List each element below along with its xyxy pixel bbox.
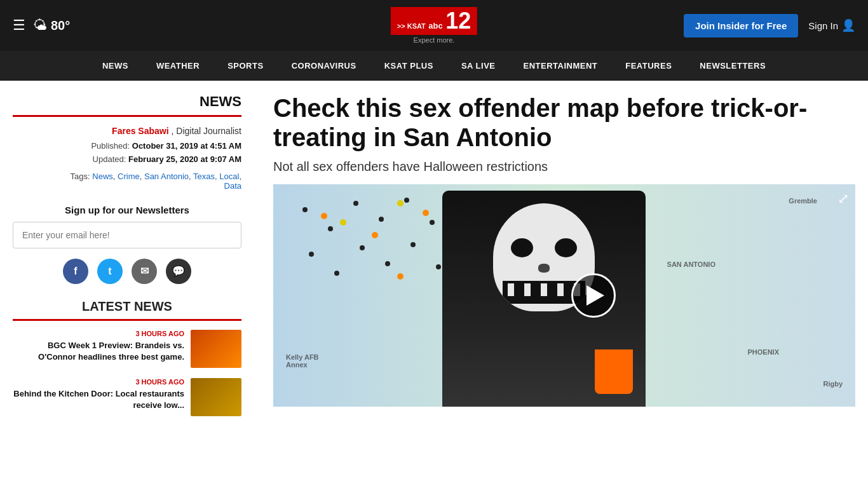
candy-bucket: [595, 349, 633, 394]
logo-number: 12: [445, 8, 471, 34]
nav-item-salive[interactable]: SA LIVE: [447, 51, 510, 81]
svg-point-21: [385, 261, 390, 266]
newsletter-section: Sign up for our Newsletters f t ✉ 💬: [13, 205, 241, 284]
sign-in-label: Sign In: [808, 20, 838, 31]
tag-news[interactable]: News: [92, 172, 113, 181]
published-label: Published:: [91, 141, 130, 151]
video-play-button[interactable]: [571, 273, 616, 318]
news-item-text: 3 HOURS AGO BGC Week 1 Preview: Brandeis…: [13, 330, 184, 368]
tag-texas[interactable]: Texas: [193, 172, 215, 181]
svg-point-4: [404, 198, 409, 203]
author-line: Fares Sabawi , Digital Journalist: [13, 126, 241, 136]
newsletter-email-input[interactable]: [13, 222, 241, 248]
tags-label: Tags:: [71, 172, 90, 181]
svg-point-1: [328, 226, 333, 231]
email-icon: ✉: [140, 265, 149, 277]
facebook-share-button[interactable]: f: [63, 259, 88, 284]
list-item: 3 HOURS AGO BGC Week 1 Preview: Brandeis…: [13, 330, 241, 368]
tooth: [557, 283, 564, 296]
svg-point-69: [397, 273, 403, 280]
main-navigation: NEWS WEATHER SPORTS CORONAVIRUS KSAT PLU…: [0, 51, 868, 81]
svg-point-2: [353, 201, 358, 206]
join-insider-button[interactable]: Join Insider for Free: [684, 14, 798, 37]
svg-point-0: [302, 207, 308, 212]
svg-point-3: [379, 217, 384, 222]
map-label-rigby: Rigby: [823, 380, 843, 388]
content-area: NEWS Fares Sabawi , Digital Journalist P…: [0, 81, 868, 426]
tooth: [508, 283, 514, 296]
email-share-button[interactable]: ✉: [132, 259, 157, 284]
hamburger-menu-icon[interactable]: ☰: [13, 17, 25, 34]
nav-item-newsletters[interactable]: NEWSLETTERS: [686, 51, 780, 81]
user-icon: 👤: [841, 18, 855, 32]
map-label-kelly: Kelly AFBAnnex: [286, 353, 319, 369]
sign-in-button[interactable]: Sign In 👤: [808, 18, 855, 32]
tags-section: Tags: News, Crime, San Antonio, Texas, L…: [13, 172, 241, 191]
twitter-share-button[interactable]: t: [97, 259, 123, 284]
svg-point-77: [340, 219, 346, 226]
tag-san-antonio[interactable]: San Antonio: [144, 172, 189, 181]
nav-item-ksatplus[interactable]: KSAT PLUS: [370, 51, 447, 81]
comment-button[interactable]: 💬: [166, 259, 191, 284]
map-label-gremble: Gremble: [789, 197, 817, 205]
site-logo[interactable]: >> KSAT abc 12 Expect more.: [391, 7, 477, 44]
article-title: Check this sex offender map before trick…: [273, 93, 855, 152]
tag-crime[interactable]: Crime: [118, 172, 140, 181]
updated-label: Updated:: [93, 154, 126, 164]
temperature-display: 80°: [51, 18, 70, 33]
play-triangle-icon: [587, 285, 604, 306]
newsletter-heading: Sign up for our Newsletters: [13, 205, 241, 215]
thumbnail-image: [191, 330, 241, 368]
logo-ksat-text: >> KSAT: [397, 22, 426, 30]
weather-widget: 🌤 80°: [33, 17, 70, 34]
twitter-icon: t: [108, 266, 111, 277]
news-title[interactable]: BGC Week 1 Preview: Brandeis vs. O'Conno…: [13, 340, 184, 363]
news-item-text: 3 HOURS AGO Behind the Kitchen Door: Loc…: [13, 378, 184, 416]
svg-point-23: [436, 264, 441, 269]
nav-item-news[interactable]: NEWS: [88, 51, 142, 81]
author-role: , Digital Journalist: [172, 126, 242, 136]
svg-point-18: [309, 252, 314, 257]
svg-point-61: [423, 210, 429, 216]
svg-point-19: [334, 271, 339, 276]
svg-point-20: [360, 245, 365, 250]
expand-icon[interactable]: ⤢: [837, 191, 849, 207]
svg-point-60: [372, 232, 378, 238]
map-dots-overlay: [273, 184, 464, 280]
published-date: October 31, 2019 at 4:51 AM: [132, 141, 241, 151]
nav-item-weather[interactable]: WEATHER: [142, 51, 214, 81]
svg-point-59: [321, 213, 327, 219]
sidebar-section-heading: NEWS: [13, 93, 241, 117]
news-title[interactable]: Behind the Kitchen Door: Local restauran…: [13, 388, 184, 411]
article-main: Check this sex offender map before trick…: [254, 93, 868, 426]
sidebar: NEWS Fares Sabawi , Digital Journalist P…: [0, 93, 254, 426]
article-image: SAN ANTONIO Kelly AFBAnnex Rigby Gremble…: [273, 184, 855, 407]
svg-point-78: [397, 200, 403, 207]
map-label-phoenix: PHOENIX: [747, 348, 779, 356]
skull-nose: [538, 264, 550, 273]
map-label-san-antonio: SAN ANTONIO: [667, 261, 715, 268]
skull-eye-right: [555, 238, 577, 257]
tooth: [541, 283, 547, 296]
weather-icon: 🌤: [33, 17, 47, 34]
map-background: SAN ANTONIO Kelly AFBAnnex Rigby Gremble…: [273, 184, 855, 407]
social-icons-row: f t ✉ 💬: [13, 259, 241, 284]
svg-point-5: [430, 220, 435, 225]
tag-data[interactable]: Data: [224, 181, 241, 191]
author-name[interactable]: Fares Sabawi: [112, 126, 169, 136]
thumbnail-image: [191, 378, 241, 416]
header-right: Join Insider for Free Sign In 👤: [684, 14, 855, 37]
list-item: 3 HOURS AGO Behind the Kitchen Door: Loc…: [13, 378, 241, 416]
svg-point-22: [410, 242, 416, 247]
article-image-wrapper: SAN ANTONIO Kelly AFBAnnex Rigby Gremble…: [273, 184, 855, 407]
tooth: [524, 283, 531, 296]
logo-tagline: Expect more.: [391, 36, 477, 44]
nav-item-entertainment[interactable]: ENTERTAINMENT: [509, 51, 611, 81]
facebook-icon: f: [74, 266, 77, 277]
tag-local[interactable]: Local: [219, 172, 239, 181]
updated-date: February 25, 2020 at 9:07 AM: [128, 154, 241, 164]
nav-item-features[interactable]: FEATURES: [611, 51, 686, 81]
nav-item-sports[interactable]: SPORTS: [214, 51, 277, 81]
news-thumbnail: [191, 330, 241, 368]
nav-item-coronavirus[interactable]: CORONAVIRUS: [278, 51, 370, 81]
